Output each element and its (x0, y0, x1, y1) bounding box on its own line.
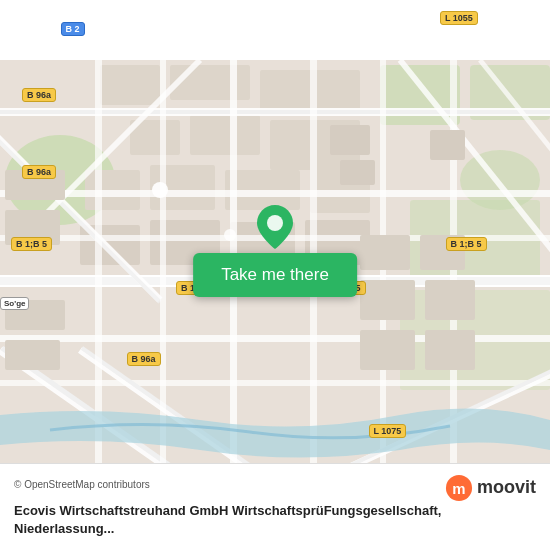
svg-rect-56 (425, 330, 475, 370)
map-container: B 2 L 1055 B 96a B 96a B 1;B 5 B 1;B 5 B… (0, 0, 550, 550)
svg-rect-54 (425, 280, 475, 320)
svg-rect-25 (0, 190, 550, 197)
svg-point-50 (224, 229, 236, 241)
svg-point-49 (152, 182, 168, 198)
road-badge-b185-4: B 1;B 5 (446, 237, 487, 251)
bottom-panel: © OpenStreetMap contributors m moovit Ec… (0, 463, 550, 550)
moovit-icon: m (445, 474, 473, 502)
svg-rect-11 (190, 115, 260, 155)
svg-text:m: m (452, 479, 465, 496)
svg-rect-7 (100, 65, 160, 105)
svg-rect-8 (170, 65, 250, 100)
svg-rect-60 (5, 340, 60, 370)
svg-point-61 (267, 215, 283, 231)
svg-rect-53 (360, 280, 415, 320)
road-badge-b96a-3: B 96a (127, 352, 161, 366)
svg-rect-47 (340, 160, 375, 185)
svg-rect-48 (430, 130, 465, 160)
svg-rect-46 (330, 125, 370, 155)
road-badge-b96a-2: B 96a (22, 165, 56, 179)
svg-rect-51 (360, 235, 410, 270)
take-me-there-button[interactable]: Take me there (193, 253, 357, 297)
road-badge-b96a-1: B 96a (22, 88, 56, 102)
road-badge-l1055: L 1055 (440, 11, 478, 25)
moovit-brand-text: moovit (477, 477, 536, 498)
road-badge-soge: So'ge (0, 297, 29, 310)
svg-rect-22 (0, 110, 550, 114)
location-pin (257, 205, 293, 253)
svg-rect-28 (0, 380, 550, 386)
moovit-logo: m moovit (445, 474, 536, 502)
svg-rect-55 (360, 330, 415, 370)
road-badge-b2: B 2 (61, 22, 85, 36)
road-badge-l1075: L 1075 (369, 424, 407, 438)
road-badge-b185-1: B 1;B 5 (11, 237, 52, 251)
map-attribution: © OpenStreetMap contributors (14, 479, 150, 490)
place-name: Ecovis Wirtschaftstreuhand GmbH Wirtscha… (14, 502, 536, 538)
